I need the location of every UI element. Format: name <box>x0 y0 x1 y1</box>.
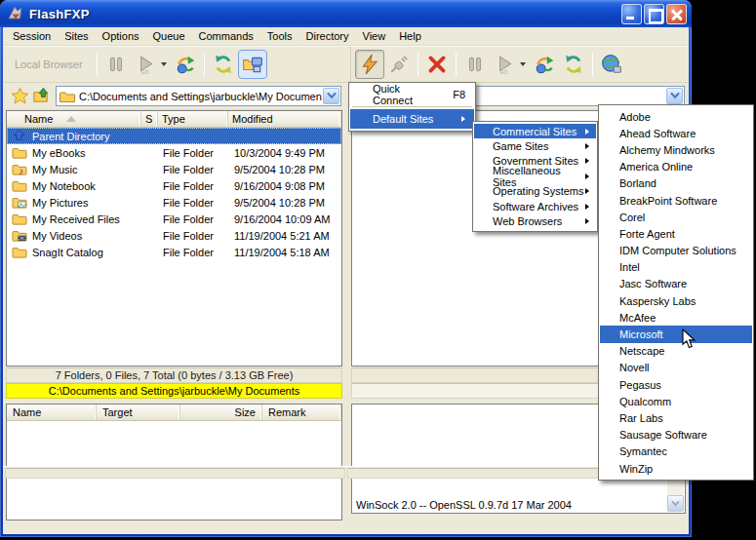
play-dropdown-icon[interactable] <box>161 62 167 66</box>
site-item-symantec[interactable]: Symantec <box>600 444 752 460</box>
site-item-corel[interactable]: Corel <box>600 209 752 225</box>
file-name-label: My Music <box>32 164 77 175</box>
menubar-item-commands[interactable]: Commands <box>192 28 260 45</box>
column-header-type[interactable]: Type <box>158 111 228 127</box>
site-item-alchemy-mindworks[interactable]: Alchemy Mindworks <box>600 141 752 158</box>
pause-icon[interactable] <box>101 50 131 79</box>
site-item-winzip[interactable]: WinZip <box>600 460 752 477</box>
menubar-item-help[interactable]: Help <box>392 28 428 45</box>
site-item-qualcomm[interactable]: Qualcomm <box>600 393 752 409</box>
music-icon: ♪ <box>11 162 28 176</box>
play-icon[interactable]: GO <box>490 50 519 79</box>
column-header-modified[interactable]: Modified <box>228 111 341 127</box>
queue-column-size[interactable]: Size <box>180 405 262 420</box>
file-name-label: My Notebook <box>32 180 96 192</box>
toolbar-band: Local Browser GO GO <box>3 46 689 83</box>
site-item-adobe[interactable]: Adobe <box>600 108 752 125</box>
disconnect-icon[interactable] <box>384 50 414 79</box>
refresh-icon[interactable] <box>209 50 238 79</box>
submenu-item-web-browsers[interactable]: Web Browsers <box>474 213 596 228</box>
local-browser-button[interactable]: Local Browser <box>7 58 93 70</box>
play-dropdown-icon[interactable] <box>520 62 526 66</box>
local-path-combobox[interactable]: C:\Documents and Settings\jarbuckle\My D… <box>56 86 341 106</box>
file-modified-cell: 9/5/2004 10:28 PM <box>228 197 341 209</box>
svg-text:GO: GO <box>140 70 148 75</box>
site-item-pegasus[interactable]: Pegasus <box>600 376 752 393</box>
submenu-item-software-archives[interactable]: Software Archives <box>474 199 596 213</box>
site-item-jasc-software[interactable]: Jasc Software <box>600 276 752 292</box>
file-row-snagit-catalog[interactable]: SnagIt CatalogFile Folder11/19/2004 5:18… <box>7 244 341 260</box>
menubar-item-session[interactable]: Session <box>6 28 58 45</box>
queue-column-name[interactable]: Name <box>7 405 97 420</box>
file-row-my-pictures[interactable]: My PicturesFile Folder9/5/2004 10:28 PM <box>7 194 341 211</box>
site-item-sausage-software[interactable]: Sausage Software <box>600 427 752 444</box>
folder-up-icon[interactable] <box>30 86 52 107</box>
menubar-item-options[interactable]: Options <box>96 28 146 45</box>
globe-icon[interactable] <box>597 50 626 79</box>
site-item-intel[interactable]: Intel <box>600 259 752 276</box>
transfer-icon[interactable] <box>530 50 559 79</box>
site-item-microsoft[interactable]: Microsoft <box>600 326 752 342</box>
submenu-item-label: Commercial Sites <box>493 126 577 137</box>
transfer-icon[interactable] <box>171 50 200 79</box>
site-item-novell[interactable]: Novell <box>600 360 752 376</box>
menubar-item-view[interactable]: View <box>356 28 393 45</box>
site-item-kaspersky-labs[interactable]: Kaspersky Labs <box>600 292 752 309</box>
submenu-item-game-sites[interactable]: Game Sites <box>474 138 596 153</box>
file-name-label: Parent Directory <box>32 131 109 142</box>
site-item-breakpoint-software[interactable]: BreakPoint Software <box>600 192 752 209</box>
file-name-label: My Received Files <box>32 213 120 225</box>
submenu-item-commercial-sites[interactable]: Commercial Sites <box>474 124 596 138</box>
menu-item-default-sites[interactable]: Default Sites <box>350 109 474 129</box>
combo-dropdown-icon[interactable] <box>666 88 683 104</box>
submenu-item-label: Web Browsers <box>493 215 562 227</box>
pause-icon[interactable] <box>460 50 490 79</box>
local-path-row: C:\Documents and Settings\jarbuckle\My D… <box>3 83 345 110</box>
submenu-item-miscellaneous-sites[interactable]: Miscellaneous Sites <box>474 169 596 183</box>
file-row-my-music[interactable]: ♪My MusicFile Folder9/5/2004 10:28 PM <box>7 161 341 177</box>
site-item-netscape[interactable]: Netscape <box>600 343 752 360</box>
submenu-arrow-icon <box>461 116 465 122</box>
submenu-item-operating-systems[interactable]: Operating Systems <box>474 184 596 199</box>
desktop: FlashFXP SessionSitesOptionsQueueCommand… <box>0 0 756 540</box>
file-row-my-videos[interactable]: My VideosFile Folder11/19/2004 5:21 AM <box>7 227 341 244</box>
favorites-star-icon[interactable] <box>9 86 30 107</box>
site-item-ahead-software[interactable]: Ahead Software <box>600 125 752 141</box>
site-item-america-online[interactable]: America Online <box>600 159 752 175</box>
file-type-cell: File Folder <box>158 147 228 159</box>
menu-item-quick-connect[interactable]: Quick Connect F8 <box>350 85 474 104</box>
file-row-parent-directory[interactable]: Parent Directory <box>7 128 341 144</box>
file-name-cell: SnagIt Catalog <box>7 245 141 259</box>
file-row-my-ebooks[interactable]: My eBooksFile Folder10/3/2004 9:49 PM <box>7 144 341 161</box>
title-bar[interactable]: FlashFXP <box>0 0 692 27</box>
site-item-idm-computer-solutions[interactable]: IDM Computer Solutions <box>600 243 752 259</box>
site-item-borland[interactable]: Borland <box>600 175 752 192</box>
site-item-rar-labs[interactable]: Rar Labs <box>600 409 752 426</box>
abort-icon[interactable] <box>422 50 452 79</box>
site-item-forte-agent[interactable]: Forte Agent <box>600 225 752 242</box>
file-name-label: My Videos <box>32 230 82 242</box>
folder-compare-icon[interactable] <box>238 50 267 79</box>
menubar-item-directory[interactable]: Directory <box>299 28 356 45</box>
menubar-item-sites[interactable]: Sites <box>58 28 95 45</box>
close-button[interactable] <box>666 4 687 24</box>
column-header-name[interactable]: Name <box>7 111 141 127</box>
queue-column-target[interactable]: Target <box>97 405 180 420</box>
play-icon[interactable]: GO <box>131 50 160 79</box>
quick-connect-icon[interactable] <box>355 50 384 79</box>
submenu-arrow-icon <box>585 158 589 164</box>
column-header-s[interactable]: S <box>141 111 158 127</box>
site-item-mcafee[interactable]: McAfee <box>600 309 752 326</box>
menubar-item-tools[interactable]: Tools <box>260 28 299 45</box>
file-row-my-notebook[interactable]: My NotebookFile Folder9/16/2004 9:08 PM <box>7 177 341 194</box>
refresh-icon[interactable] <box>559 50 588 79</box>
maximize-button[interactable] <box>644 4 664 24</box>
queue-column-remark[interactable]: Remark <box>262 405 341 420</box>
file-type-cell: File Folder <box>158 197 228 209</box>
scroll-down-icon[interactable] <box>667 495 684 512</box>
combo-dropdown-icon[interactable] <box>323 88 339 104</box>
minimize-button[interactable] <box>621 4 642 24</box>
file-row-my-received-files[interactable]: My Received FilesFile Folder9/16/2004 10… <box>7 211 341 227</box>
menubar-item-queue[interactable]: Queue <box>146 28 192 45</box>
local-current-path-bar: C:\Documents and Settings\jarbuckle\My D… <box>6 383 342 399</box>
